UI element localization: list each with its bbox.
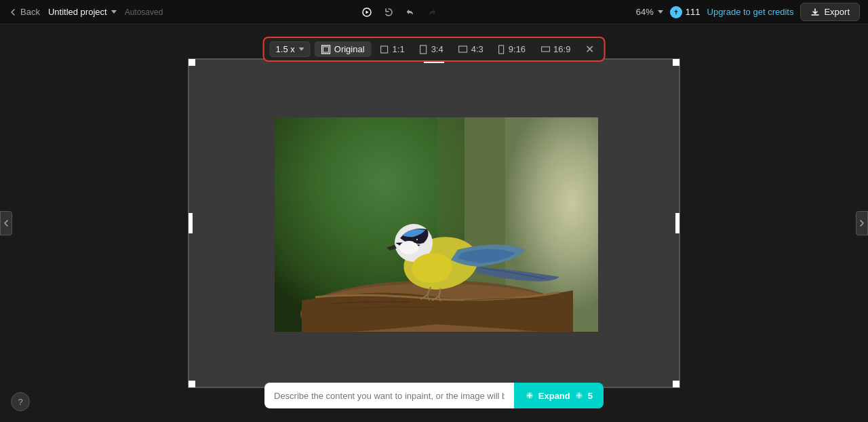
topbar: Back Untitled project Autosaved	[0, 0, 868, 24]
back-button[interactable]: Back	[8, 7, 40, 17]
crop-16-9-button[interactable]: 16:9	[534, 41, 577, 57]
topbar-center	[359, 4, 440, 20]
credits-count: 111	[686, 7, 701, 17]
resize-handle-right[interactable]	[675, 213, 679, 233]
zoom-select-dropdown-icon	[299, 47, 304, 51]
credits-icon	[670, 6, 682, 18]
svg-rect-3	[323, 47, 329, 52]
topbar-left: Back Untitled project Autosaved	[8, 7, 163, 17]
resize-handle-top-left[interactable]	[189, 59, 195, 66]
crop-original-button[interactable]: Original	[315, 41, 372, 57]
crop-close-button[interactable]: ✕	[581, 41, 598, 57]
expand-button[interactable]: Expand 5	[514, 383, 604, 408]
svg-rect-4	[381, 46, 388, 53]
svg-rect-6	[459, 46, 467, 52]
project-title[interactable]: Untitled project	[48, 7, 117, 17]
zoom-select[interactable]: 1.5 x	[270, 41, 311, 57]
main-area: 1.5 x Original 1:1 3:4 4	[0, 24, 868, 422]
crop-3-4-button[interactable]: 3:4	[413, 41, 450, 57]
export-button[interactable]: Export	[800, 3, 860, 21]
zoom-control[interactable]: 64%	[636, 7, 663, 17]
timer-button[interactable]	[380, 4, 397, 20]
zoom-dropdown-icon	[658, 10, 663, 14]
crop-9-16-button[interactable]: 9:16	[492, 41, 532, 57]
svg-point-18	[416, 239, 418, 240]
crop-1-1-button[interactable]: 1:1	[373, 41, 412, 57]
svg-point-16	[399, 241, 418, 254]
bottom-bar: Expand 5	[264, 383, 604, 408]
svg-point-17	[413, 237, 418, 243]
resize-handle-left[interactable]	[189, 213, 193, 233]
canvas-image	[275, 117, 598, 332]
svg-rect-8	[541, 47, 549, 52]
resize-handle-top-right[interactable]	[673, 59, 679, 66]
autosaved-label: Autosaved	[125, 7, 163, 17]
canvas-container	[188, 58, 680, 388]
prompt-input[interactable]	[264, 383, 514, 408]
panel-toggle-left[interactable]	[0, 211, 12, 235]
crop-4-3-button[interactable]: 4:3	[452, 41, 490, 57]
crop-toolbar: 1.5 x Original 1:1 3:4 4	[263, 37, 606, 62]
panel-toggle-right[interactable]	[856, 211, 868, 235]
redo-button[interactable]	[424, 4, 440, 20]
play-button[interactable]	[359, 4, 375, 20]
topbar-right: 64% 111 Upgrade to get credits Export	[636, 3, 860, 21]
credits-display: 111	[670, 6, 701, 18]
resize-handle-bottom-right[interactable]	[673, 381, 679, 387]
resize-handle-bottom-left[interactable]	[189, 381, 195, 387]
undo-button[interactable]	[402, 4, 418, 20]
project-dropdown-icon	[111, 10, 117, 14]
help-button[interactable]: ?	[11, 392, 30, 411]
svg-rect-7	[499, 45, 504, 54]
svg-rect-5	[420, 45, 427, 54]
upgrade-button[interactable]: Upgrade to get credits	[707, 7, 794, 17]
